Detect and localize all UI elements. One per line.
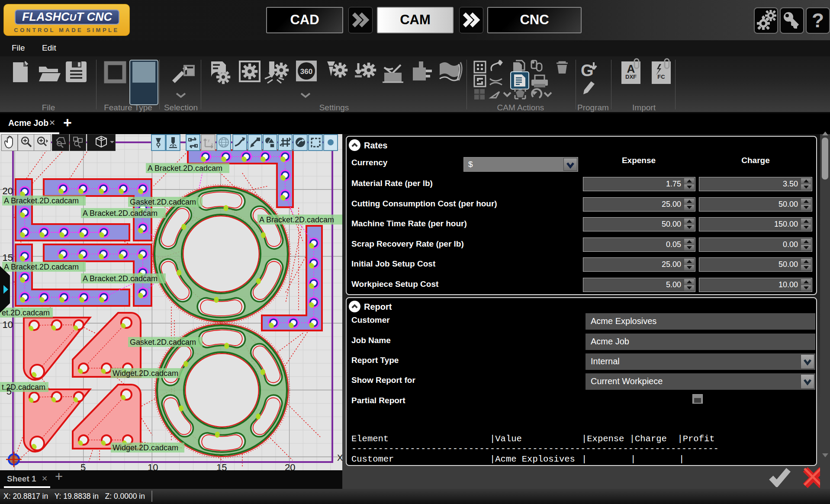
svg-text:A Bracket.2D.cadcam: A Bracket.2D.cadcam <box>83 209 158 218</box>
svg-text:360: 360 <box>300 67 312 76</box>
svg-text:A Bracket.2D.cadcam: A Bracket.2D.cadcam <box>4 263 79 271</box>
svg-text:A Bracket.2D.cadcam: A Bracket.2D.cadcam <box>148 164 222 173</box>
svg-text:y: y <box>208 138 210 142</box>
svg-text:G: G <box>581 61 594 80</box>
svg-text:A Bracket.2D.cadcam: A Bracket.2D.cadcam <box>4 196 79 205</box>
svg-text:Widget.2D.cadcam: Widget.2D.cadcam <box>113 443 178 452</box>
svg-text:15: 15 <box>3 252 13 263</box>
svg-text:A: A <box>627 62 635 75</box>
svg-text:A Bracket.2D.cadcam: A Bracket.2D.cadcam <box>259 215 334 224</box>
svg-text:et.2D.cadcam: et.2D.cadcam <box>2 308 50 317</box>
svg-text:A Bracket.2D.cadcam: A Bracket.2D.cadcam <box>83 274 158 283</box>
svg-text:FC: FC <box>657 74 665 80</box>
svg-text:20: 20 <box>285 462 295 470</box>
svg-text:x: x <box>211 142 213 146</box>
svg-text:Widget.2D.cadcam: Widget.2D.cadcam <box>113 369 178 378</box>
svg-text:10: 10 <box>148 462 158 470</box>
svg-text:5: 5 <box>80 462 86 470</box>
svg-text:10: 10 <box>3 319 13 330</box>
svg-text:Gasket.2D.cadcam: Gasket.2D.cadcam <box>130 338 196 347</box>
svg-text:5: 5 <box>6 386 12 397</box>
svg-text:20: 20 <box>3 186 13 196</box>
svg-text:Gasket.2D.cadcam: Gasket.2D.cadcam <box>130 198 196 206</box>
svg-text:15: 15 <box>216 462 227 470</box>
svg-text:X: X <box>337 453 342 462</box>
